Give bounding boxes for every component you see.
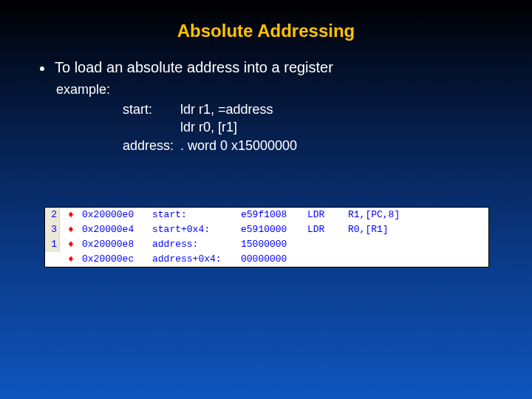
- label-cell: address:: [152, 237, 241, 252]
- label-cell: start+0x4:: [152, 222, 241, 237]
- listing-row: 1 ♦ 0x20000e8 address: 15000000: [45, 237, 488, 252]
- code-instr: ldr r0, [r1]: [180, 118, 237, 136]
- encoding-cell: e5910000: [241, 222, 307, 237]
- mnemonic-cell: LDR: [307, 222, 348, 237]
- encoding-cell: e59f1008: [241, 208, 307, 222]
- line-number: 3: [45, 222, 60, 237]
- operands-cell: R0,[R1]: [348, 222, 488, 237]
- bullet-text: To load an absolute address into a regis…: [55, 59, 333, 76]
- address-cell: 0x20000e8: [82, 237, 152, 252]
- listing-row: ♦ 0x20000ec address+0x4: 00000000: [45, 252, 488, 267]
- bullet-dot-icon: [40, 66, 44, 71]
- bullet-item: To load an absolute address into a regis…: [35, 59, 532, 76]
- line-number: 2: [45, 208, 60, 222]
- slide-body: To load an absolute address into a regis…: [0, 41, 532, 154]
- breakpoint-icon: ♦: [60, 252, 82, 267]
- code-line: ldr r0, [r1]: [123, 118, 532, 136]
- code-line: start: ldr r1, =address: [123, 100, 532, 118]
- encoding-cell: 00000000: [241, 252, 307, 267]
- breakpoint-icon: ♦: [60, 208, 82, 222]
- code-label: start:: [123, 100, 180, 118]
- operands-cell: R1,[PC,8]: [348, 208, 488, 222]
- slide: Absolute Addressing To load an absolute …: [0, 0, 532, 399]
- code-label: address:: [123, 137, 180, 154]
- code-block: start: ldr r1, =address ldr r0, [r1] add…: [35, 100, 532, 154]
- breakpoint-icon: ♦: [60, 237, 82, 252]
- disassembly-listing: 2 ♦ 0x20000e0 start: e59f1008 LDR R1,[PC…: [44, 207, 489, 267]
- listing-row: 3 ♦ 0x20000e4 start+0x4: e5910000 LDR R0…: [45, 222, 488, 237]
- breakpoint-icon: ♦: [60, 222, 82, 237]
- label-cell: start:: [152, 208, 241, 222]
- encoding-cell: 15000000: [241, 237, 307, 252]
- example-label: example:: [35, 82, 532, 98]
- mnemonic-cell: LDR: [307, 208, 348, 222]
- code-instr: . word 0 x15000000: [180, 137, 297, 154]
- code-instr: ldr r1, =address: [180, 100, 273, 118]
- line-number: 1: [45, 237, 60, 252]
- slide-title: Absolute Addressing: [0, 0, 532, 41]
- address-cell: 0x20000ec: [82, 252, 152, 267]
- label-cell: address+0x4:: [152, 252, 241, 267]
- listing-row: 2 ♦ 0x20000e0 start: e59f1008 LDR R1,[PC…: [45, 208, 488, 222]
- address-cell: 0x20000e4: [82, 222, 152, 237]
- code-label: [123, 118, 180, 136]
- code-line: address: . word 0 x15000000: [123, 137, 532, 154]
- address-cell: 0x20000e0: [82, 208, 152, 222]
